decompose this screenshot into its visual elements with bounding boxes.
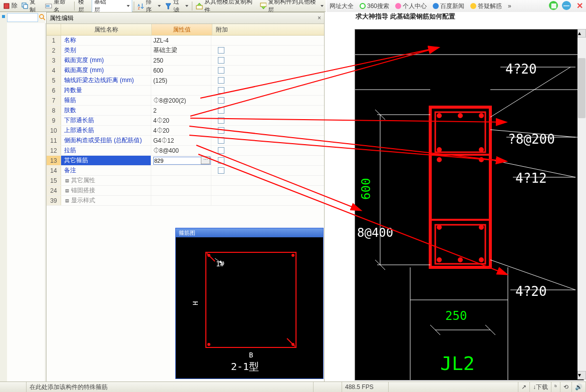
row-num: 24: [47, 186, 61, 195]
svg-point-15: [291, 254, 295, 257]
tb-copy-from[interactable]: 从其他楼层复制构件: [194, 1, 258, 12]
col-header-add[interactable]: 附加: [212, 24, 231, 35]
panel-close-icon[interactable]: ×: [318, 15, 321, 22]
bb-personal[interactable]: 个人中心: [392, 2, 430, 11]
prop-row-7[interactable]: 7箍筋⏀8@200(2): [47, 96, 324, 106]
add-checkbox[interactable]: [218, 77, 224, 84]
row-value[interactable]: [151, 166, 211, 175]
add-checkbox[interactable]: [218, 137, 224, 144]
add-checkbox[interactable]: [218, 47, 224, 54]
add-checkbox[interactable]: [218, 117, 224, 124]
prop-row-1[interactable]: 1名称JZL-4: [47, 36, 324, 46]
browser-bar: 网址大全 360搜索 个人中心 百度新闻 答疑解惑 » ▦ — ✕: [327, 0, 586, 13]
row-num: 1: [47, 36, 61, 45]
row-value[interactable]: 基础主梁: [151, 46, 211, 55]
prop-row-39[interactable]: 39⊞显示样式: [47, 196, 324, 206]
tb-rename[interactable]: 重命名: [43, 1, 73, 12]
row-value[interactable]: [151, 186, 211, 195]
add-checkbox[interactable]: [218, 147, 224, 154]
tb-delete[interactable]: 除: [1, 1, 20, 12]
bb-icon-green[interactable]: ▦: [549, 1, 558, 10]
cad-view[interactable]: 4?20 ?8@200 4?12 4?20 600 8@400 250 JL2: [355, 29, 584, 380]
add-checkbox[interactable]: [218, 157, 224, 164]
add-checkbox[interactable]: [218, 127, 224, 134]
left-rail: [0, 12, 8, 382]
svg-point-35: [437, 225, 442, 230]
col-header-name[interactable]: 属性名称: [61, 24, 152, 35]
search-input[interactable]: [7, 13, 38, 22]
row-value[interactable]: 4⏀20: [151, 126, 211, 135]
prop-row-3[interactable]: 3截面宽度 (mm)250: [47, 56, 324, 66]
status-vol[interactable]: 🔊: [572, 382, 586, 392]
row-value[interactable]: 250: [151, 56, 211, 65]
prop-row-14[interactable]: 14备注: [47, 166, 324, 176]
prop-row-4[interactable]: 4截面高度 (mm)600: [47, 66, 324, 76]
row-value[interactable]: [151, 196, 211, 205]
svg-point-29: [458, 113, 463, 118]
add-checkbox[interactable]: [218, 97, 224, 104]
bb-qa[interactable]: 答疑解惑: [467, 2, 505, 11]
add-checkbox[interactable]: [218, 57, 224, 64]
prop-row-11[interactable]: 11侧面构造或受扭筋 (总配筋值)G4⏀12: [47, 136, 324, 146]
bb-icon-close[interactable]: ✕: [575, 1, 584, 10]
row-add: [211, 116, 230, 125]
prop-row-8[interactable]: 8肢数2: [47, 106, 324, 116]
bb-360[interactable]: 360搜索: [357, 2, 392, 11]
bb-sites[interactable]: 网址大全: [327, 2, 357, 11]
svg-rect-23: [430, 107, 490, 267]
add-checkbox[interactable]: [218, 67, 224, 74]
row-name: 下部通长筋: [61, 116, 151, 125]
main-toolbar: 除 复制 重命名 楼层 基础层 AZ排序 过滤 从其他楼层复制构件 复制构件到其…: [0, 0, 326, 12]
status-tool2[interactable]: ↗: [518, 382, 530, 392]
expand-icon[interactable]: ⊞: [64, 197, 70, 204]
prop-row-2[interactable]: 2类别基础主梁: [47, 46, 324, 56]
prop-row-9[interactable]: 9下部通长筋4⏀20: [47, 116, 324, 126]
prop-row-5[interactable]: 5轴线距梁左边线距离 (mm)(125): [47, 76, 324, 86]
prop-row-10[interactable]: 10上部通长筋4⏀20: [47, 126, 324, 136]
search-icon[interactable]: [39, 14, 45, 21]
prop-row-24[interactable]: 24⊞锚固搭接: [47, 186, 324, 196]
status-download[interactable]: ↓ 下载: [530, 382, 551, 392]
tb-sort[interactable]: AZ排序: [136, 1, 163, 12]
row-value[interactable]: ⏀8@400: [151, 146, 211, 155]
row-value[interactable]: 600: [151, 66, 211, 75]
row-value[interactable]: [151, 176, 211, 185]
svg-point-28: [437, 113, 442, 118]
row-value[interactable]: G4⏀12: [151, 136, 211, 145]
row-value[interactable]: JZL-4: [151, 36, 211, 45]
bb-baidu[interactable]: 百度新闻: [430, 2, 467, 11]
svg-point-31: [437, 147, 442, 152]
tb-copy-to[interactable]: 复制构件到其他楼层: [258, 1, 326, 12]
prop-row-12[interactable]: 12拉筋⏀8@400: [47, 146, 324, 156]
svg-point-14: [207, 254, 210, 257]
tb-copy[interactable]: 复制: [20, 1, 43, 12]
row-value[interactable]: ⏀8@200(2): [151, 96, 211, 105]
tb-floor-select[interactable]: 基础层: [92, 0, 132, 13]
row-name: 侧面构造或受扭筋 (总配筋值): [61, 136, 151, 145]
row-value[interactable]: 4⏀20: [151, 116, 211, 125]
row-name: 其它箍筋: [61, 156, 151, 165]
row-value[interactable]: [151, 86, 211, 95]
status-tool4[interactable]: ⟲: [560, 382, 572, 392]
tb-filter[interactable]: 过滤: [163, 1, 190, 12]
row-value[interactable]: (125): [151, 76, 211, 85]
svg-text:2-1型: 2-1型: [231, 360, 259, 372]
expand-icon[interactable]: ⊞: [64, 177, 70, 184]
row-name: 上部通长筋: [61, 126, 151, 135]
add-checkbox[interactable]: [218, 107, 224, 114]
add-checkbox[interactable]: [218, 87, 224, 94]
prop-row-6[interactable]: 6跨数量: [47, 86, 324, 96]
row-value[interactable]: ⋯: [151, 156, 211, 165]
status-tool3[interactable]: ᵇ: [551, 382, 560, 392]
add-checkbox[interactable]: [218, 167, 224, 174]
status-tool1[interactable]: �początek: [512, 382, 518, 392]
expand-icon[interactable]: ⊞: [64, 187, 70, 194]
bb-more[interactable]: »: [505, 3, 514, 10]
prop-row-15[interactable]: 15⊞其它属性: [47, 176, 324, 186]
bb-icon-min[interactable]: —: [562, 1, 571, 10]
right-scrollbar[interactable]: ▴ ▾: [577, 29, 586, 379]
prop-row-13[interactable]: 13其它箍筋⋯: [47, 156, 324, 166]
row-value[interactable]: 2: [151, 106, 211, 115]
ellipsis-button[interactable]: ⋯: [201, 156, 210, 164]
col-header-value[interactable]: 属性值: [152, 24, 212, 35]
